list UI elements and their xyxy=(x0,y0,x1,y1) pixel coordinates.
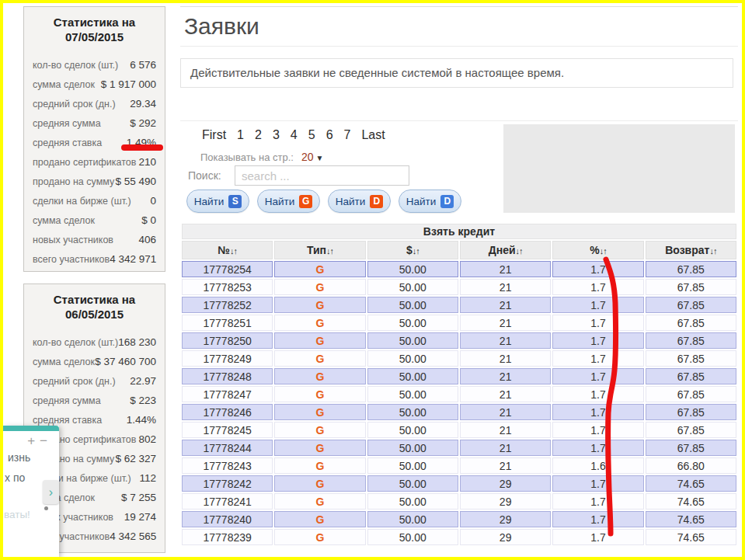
cell-type: G xyxy=(274,493,365,510)
caret-down-icon[interactable]: ▼ xyxy=(316,154,324,162)
table-row[interactable]: 17778243 G 50.00 21 1.6 66.80 xyxy=(182,457,736,474)
cell-type: G xyxy=(274,350,365,367)
stat-row: сумма сделок $ 37 460 700 xyxy=(33,352,156,371)
stat-label: средняя сумма xyxy=(33,391,101,411)
find-badge: S xyxy=(228,195,242,208)
cell-rate: 1.7 xyxy=(552,475,643,492)
stat-label: новых участников xyxy=(33,231,113,250)
stat-value: $ 55 490 xyxy=(115,172,156,191)
cell-rate: 1.7 xyxy=(552,529,643,545)
cell-type: G xyxy=(274,315,365,331)
cell-days: 21 xyxy=(460,261,551,277)
table-row[interactable]: 17778252 G 50.00 21 1.7 67.85 xyxy=(182,297,736,313)
column-header-2[interactable]: $↓↑ xyxy=(367,241,458,259)
cell-return: 67.85 xyxy=(646,440,736,456)
sort-icons[interactable]: ↓↑ xyxy=(600,246,607,256)
table-row[interactable]: 17778241 G 50.00 29 1.7 74.65 xyxy=(182,493,736,510)
stat-row: сумма сделок $ 1 917 000 xyxy=(33,75,156,94)
table-row[interactable]: 17778251 G 50.00 21 1.7 67.85 xyxy=(182,315,736,331)
pagination-item[interactable]: Last xyxy=(361,128,385,141)
cell-return: 67.85 xyxy=(646,315,736,331)
find-button-d[interactable]: Найти D xyxy=(399,190,461,213)
widget-text-fragment: изнь xyxy=(8,451,30,464)
cell-id: 17778251 xyxy=(182,315,273,331)
pagination-item[interactable]: 2 xyxy=(255,128,262,141)
stat-value: 4 342 565 xyxy=(110,527,156,546)
pagination-item[interactable]: 4 xyxy=(291,128,298,141)
plus-icon[interactable]: + xyxy=(27,433,40,448)
stat-value: 210 xyxy=(138,152,156,172)
cell-return: 67.85 xyxy=(646,368,736,384)
cell-type: G xyxy=(274,529,365,545)
table-row[interactable]: 17778253 G 50.00 21 1.7 67.85 xyxy=(182,279,736,295)
cell-id: 17778252 xyxy=(182,297,273,313)
cell-rate: 1.7 xyxy=(552,279,643,295)
zoom-buttons[interactable]: +− xyxy=(27,433,52,449)
stat-row: сделки на бирже (шт.) 0 xyxy=(33,191,156,210)
stat-value: 168 230 xyxy=(118,332,156,352)
stat-value: $ 62 327 xyxy=(115,449,156,468)
sort-icons[interactable]: ↓↑ xyxy=(326,246,333,256)
column-header-3[interactable]: Дней↓↑ xyxy=(460,241,551,259)
sort-icons[interactable]: ↓↑ xyxy=(516,246,523,256)
cell-id: 17778242 xyxy=(182,475,273,492)
find-button-d[interactable]: Найти D xyxy=(328,190,391,213)
pagination-item[interactable]: 1 xyxy=(237,128,244,141)
table-group-header: Взять кредит xyxy=(182,224,736,239)
sort-icons[interactable]: ↓↑ xyxy=(413,246,419,256)
table-row[interactable]: 17778245 G 50.00 21 1.7 67.85 xyxy=(182,422,736,438)
cell-return: 67.85 xyxy=(646,279,736,295)
column-header-1[interactable]: Тип↓↑ xyxy=(274,241,365,259)
chevron-right-button[interactable]: › xyxy=(43,480,59,504)
per-page-control: Показывать на стр.:20▼ xyxy=(200,151,323,163)
cell-amount: 50.00 xyxy=(367,404,458,420)
find-button-g[interactable]: Найти G xyxy=(257,190,320,213)
column-header-5[interactable]: Возврат↓↑ xyxy=(646,241,736,259)
pagination-item[interactable]: 7 xyxy=(344,128,351,141)
cell-amount: 50.00 xyxy=(367,475,458,492)
per-page-select[interactable]: 20 xyxy=(301,151,314,163)
column-header-0[interactable]: №↓↑ xyxy=(182,241,273,259)
cell-id: 17778253 xyxy=(182,279,273,295)
cell-rate: 1.7 xyxy=(552,422,643,438)
table-row[interactable]: 17778242 G 50.00 29 1.7 74.65 xyxy=(182,475,736,492)
table-row[interactable]: 17778246 G 50.00 21 1.7 67.85 xyxy=(182,404,736,420)
table-row[interactable]: 17778248 G 50.00 21 1.7 67.85 xyxy=(182,368,736,384)
column-header-row: №↓↑Тип↓↑$↓↑Дней↓↑%↓↑Возврат↓↑ xyxy=(182,241,736,259)
table-row[interactable]: 17778240 G 50.00 29 1.7 74.65 xyxy=(182,511,736,527)
table-row[interactable]: 17778254 G 50.00 21 1.7 67.85 xyxy=(182,261,736,277)
pagination-item[interactable]: 6 xyxy=(326,128,333,141)
sort-icons[interactable]: ↓↑ xyxy=(709,246,716,256)
pagination-item[interactable]: First xyxy=(202,128,226,141)
table-row[interactable]: 17778244 G 50.00 21 1.7 67.85 xyxy=(182,440,736,456)
pagination-item[interactable]: 3 xyxy=(273,128,280,141)
table-row[interactable]: 17778239 G 50.00 29 1.7 74.65 xyxy=(182,529,736,545)
cell-rate: 1.7 xyxy=(552,350,643,367)
cell-return: 74.65 xyxy=(646,475,736,492)
banner-placeholder xyxy=(503,124,735,213)
table-row[interactable]: 17778250 G 50.00 21 1.7 67.85 xyxy=(182,332,736,349)
column-header-4[interactable]: %↓↑ xyxy=(552,241,643,259)
cell-return: 66.80 xyxy=(646,457,736,474)
stats-panel-0705: Статистика на 07/05/2015 кол-во сделок (… xyxy=(23,6,165,272)
per-page-label: Показывать на стр.: xyxy=(200,151,294,163)
main-content: Заявки Действительные заявки не сведенны… xyxy=(180,6,738,557)
widget-text-fragment: ваты! xyxy=(4,509,30,520)
cell-type: G xyxy=(274,386,365,402)
table-row[interactable]: 17778247 G 50.00 21 1.7 67.85 xyxy=(182,386,736,402)
search-input[interactable] xyxy=(235,165,409,186)
cell-type: G xyxy=(274,422,365,438)
cell-amount: 50.00 xyxy=(367,315,458,331)
find-button-s[interactable]: Найти S xyxy=(186,190,249,213)
minus-icon[interactable]: − xyxy=(40,433,52,448)
stat-label: продано на сумму xyxy=(33,172,114,192)
sort-icons[interactable]: ↓↑ xyxy=(230,246,237,256)
cell-days: 21 xyxy=(460,332,551,349)
cell-amount: 50.00 xyxy=(367,493,458,510)
stat-value: 6 576 xyxy=(130,55,156,75)
table-row[interactable]: 17778249 G 50.00 21 1.7 67.85 xyxy=(182,350,736,367)
pagination-item[interactable]: 5 xyxy=(308,128,315,141)
stat-label: продано сертификатов xyxy=(33,153,136,172)
cell-return: 74.65 xyxy=(646,511,736,527)
cell-rate: 1.6 xyxy=(552,457,643,474)
